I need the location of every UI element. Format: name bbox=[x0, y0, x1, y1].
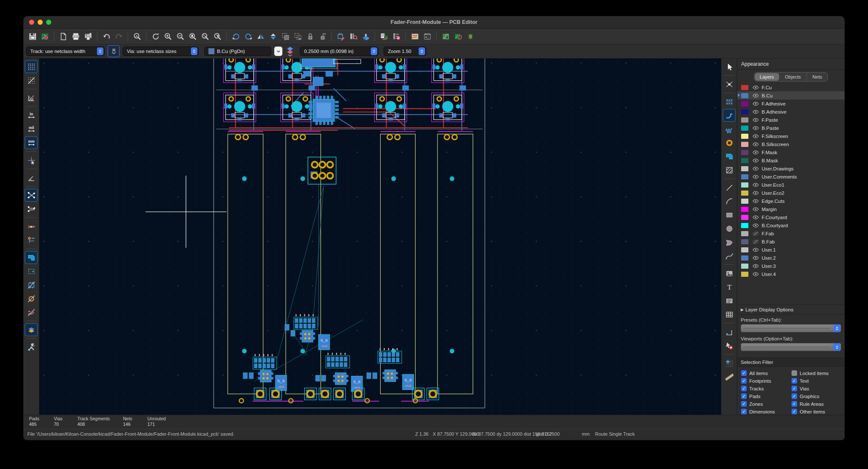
layer-row-User.Eco1[interactable]: User.Eco1 bbox=[737, 181, 845, 189]
run-drc-icon[interactable] bbox=[391, 31, 402, 42]
layer-color-swatch[interactable] bbox=[741, 239, 748, 244]
unlock-icon[interactable] bbox=[317, 31, 328, 42]
checkbox-checked-icon[interactable]: ✓ bbox=[792, 378, 797, 384]
layer-color-swatch[interactable] bbox=[741, 174, 748, 179]
visibility-eye-icon[interactable] bbox=[752, 263, 759, 270]
checkbox-checked-icon[interactable]: ✓ bbox=[741, 386, 747, 391]
net-inspector-icon[interactable]: 123 bbox=[440, 31, 451, 42]
visibility-eye-icon[interactable] bbox=[752, 100, 759, 107]
minimize-window-button[interactable] bbox=[38, 20, 43, 25]
text-box-icon[interactable] bbox=[723, 295, 735, 307]
draw-arc-icon[interactable] bbox=[723, 195, 735, 207]
tab-layers[interactable]: Layers bbox=[755, 73, 779, 81]
tab-objects[interactable]: Objects bbox=[780, 73, 807, 81]
stepper-icon[interactable] bbox=[191, 47, 197, 55]
tune-length-icon[interactable] bbox=[723, 123, 735, 135]
visibility-eye-icon[interactable] bbox=[752, 214, 759, 221]
layer-row-F.Cu[interactable]: F.Cu bbox=[737, 83, 845, 91]
layer-color-swatch[interactable] bbox=[741, 158, 748, 163]
checkbox-unchecked-icon[interactable] bbox=[792, 370, 797, 376]
net-highlight-mode-icon[interactable] bbox=[25, 220, 37, 232]
layer-row-F.Mask[interactable]: F.Mask bbox=[737, 148, 845, 156]
layer-row-User.1[interactable]: User.1 bbox=[737, 246, 845, 254]
local-ratsnest-icon[interactable] bbox=[723, 78, 735, 90]
zoom-dropdown[interactable]: Zoom 1.50 bbox=[384, 47, 426, 56]
select-arrow-icon[interactable] bbox=[723, 61, 735, 73]
angle-mode-icon[interactable] bbox=[25, 172, 37, 184]
zoom-in-icon[interactable] bbox=[162, 31, 173, 42]
tab-nets[interactable]: Nets bbox=[807, 73, 828, 81]
footprint-browser-icon[interactable] bbox=[348, 31, 359, 42]
active-layer-dropdown[interactable]: B.Cu (PgDn) bbox=[204, 47, 271, 56]
visibility-eye-icon[interactable] bbox=[752, 173, 759, 180]
stepper-icon[interactable] bbox=[97, 47, 103, 55]
via-size-dropdown[interactable]: Via: use netclass sizes bbox=[123, 47, 199, 56]
presets-dropdown[interactable] bbox=[741, 324, 841, 332]
layer-row-B.Silkscreen[interactable]: B.Silkscreen bbox=[737, 140, 845, 148]
layer-row-F.Silkscreen[interactable]: F.Silkscreen bbox=[737, 132, 845, 140]
layer-color-swatch[interactable] bbox=[741, 207, 748, 212]
place-via-icon[interactable] bbox=[723, 137, 735, 149]
draw-bezier-icon[interactable] bbox=[723, 250, 735, 262]
visibility-eye-icon[interactable] bbox=[752, 165, 759, 172]
layer-row-F.Courtyard[interactable]: F.Courtyard bbox=[737, 213, 845, 221]
sketch-pads-icon[interactable] bbox=[25, 293, 37, 305]
redo-icon[interactable] bbox=[113, 31, 124, 42]
polar-coords-icon[interactable]: rθ bbox=[25, 92, 37, 104]
layer-row-User.Comments[interactable]: User.Comments bbox=[737, 173, 845, 181]
layer-color-swatch[interactable] bbox=[741, 85, 748, 90]
ungroup-icon[interactable] bbox=[292, 31, 303, 42]
footprint-editor-icon[interactable] bbox=[335, 31, 346, 42]
layer-row-F.Adhesive[interactable]: F.Adhesive bbox=[737, 100, 845, 108]
visibility-eye-icon[interactable] bbox=[752, 246, 759, 253]
zoom-out-icon[interactable] bbox=[175, 31, 186, 42]
plot-icon[interactable] bbox=[82, 31, 94, 42]
filter-pads[interactable]: ✓Pads bbox=[741, 393, 792, 399]
dim-inactive-layers-icon[interactable] bbox=[25, 324, 37, 336]
delete-tool-icon[interactable] bbox=[723, 340, 735, 352]
scripting-console-icon[interactable]: >_ bbox=[422, 31, 433, 42]
rotate-cw-icon[interactable] bbox=[243, 31, 254, 42]
sketch-tracks-icon[interactable] bbox=[25, 306, 37, 318]
visibility-eye-icon[interactable] bbox=[752, 117, 759, 123]
cursor-shape-icon[interactable] bbox=[25, 154, 37, 166]
filter-locked-items[interactable]: Locked items bbox=[792, 370, 845, 376]
maximize-window-button[interactable] bbox=[46, 20, 51, 25]
visibility-eye-icon[interactable] bbox=[752, 190, 759, 196]
visibility-eye-icon[interactable] bbox=[752, 149, 759, 156]
route-tracks-icon[interactable] bbox=[723, 109, 735, 121]
group-icon[interactable] bbox=[280, 31, 291, 42]
layer-color-swatch[interactable] bbox=[741, 215, 748, 220]
stepper-icon[interactable] bbox=[419, 47, 425, 55]
rotate-ccw-icon[interactable] bbox=[230, 31, 241, 42]
layer-row-B.Mask[interactable]: B.Mask bbox=[737, 156, 845, 164]
table-icon[interactable] bbox=[723, 308, 735, 320]
zoom-fit-page-icon[interactable] bbox=[187, 31, 198, 42]
dimension-icon[interactable] bbox=[723, 326, 735, 338]
grid-dots-icon[interactable] bbox=[25, 61, 37, 73]
pcb-canvas[interactable]: 5_8 +5VA bbox=[39, 59, 721, 415]
rule-area-icon[interactable] bbox=[723, 164, 735, 176]
filter-all-items[interactable]: ✓All items bbox=[741, 370, 792, 376]
layer-color-swatch[interactable] bbox=[741, 255, 748, 261]
layer-display-options[interactable]: ▶ Layer Display Options bbox=[737, 305, 845, 315]
layer-color-swatch[interactable] bbox=[741, 126, 748, 131]
layer-dropdown-button[interactable] bbox=[274, 47, 282, 56]
visibility-eye-icon[interactable] bbox=[752, 157, 759, 164]
layer-row-User.3[interactable]: User.3 bbox=[737, 262, 845, 270]
grid-origin-icon[interactable] bbox=[723, 357, 735, 369]
layer-color-swatch[interactable] bbox=[741, 109, 748, 114]
undo-icon[interactable] bbox=[101, 31, 112, 42]
layer-row-User.Eco2[interactable]: User.Eco2 bbox=[737, 189, 845, 197]
layer-row-F.Fab[interactable]: F.Fab bbox=[737, 229, 845, 237]
draw-circle-icon[interactable] bbox=[723, 223, 735, 234]
visibility-eye-icon[interactable] bbox=[752, 133, 759, 140]
units-inches-icon[interactable]: in bbox=[25, 109, 37, 121]
filter-rule-areas[interactable]: ✓Rule Areas bbox=[792, 401, 845, 407]
visibility-eye-icon[interactable] bbox=[752, 182, 759, 188]
filter-tracks[interactable]: ✓Tracks bbox=[741, 385, 792, 392]
track-width-dropdown[interactable]: Track: use netclass width bbox=[26, 47, 105, 56]
layer-color-swatch[interactable] bbox=[741, 150, 748, 155]
visibility-eye-off-icon[interactable] bbox=[752, 238, 759, 245]
visibility-eye-icon[interactable] bbox=[752, 84, 759, 91]
